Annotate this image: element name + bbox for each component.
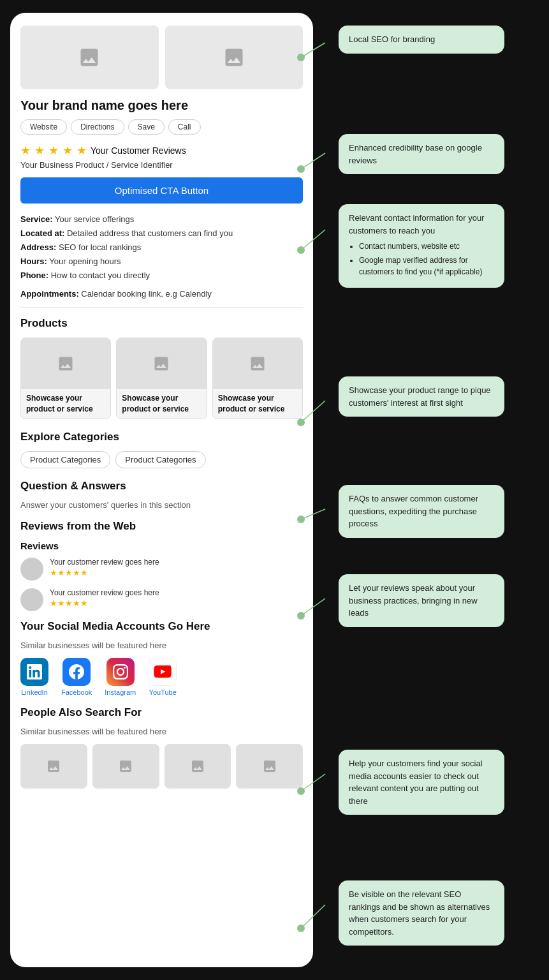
call-button[interactable]: Call xyxy=(168,119,201,135)
right-panel: Local SEO for branding Enhanced credibil… xyxy=(313,0,549,980)
people-search-grid xyxy=(20,744,303,789)
product-img-2 xyxy=(117,338,206,389)
service-value: Your service offerings xyxy=(55,214,134,224)
hours-row: Hours: Your opening hours xyxy=(20,255,303,269)
product-card-2: Showcase your product or service xyxy=(116,338,207,419)
save-button[interactable]: Save xyxy=(128,119,165,135)
review-stars-1: ★★★★★ xyxy=(50,568,159,577)
stars-row: ★ ★ ★ ★ ★ Your Customer Reviews xyxy=(20,144,303,158)
callout-social: Help your customers find your social med… xyxy=(339,750,504,815)
callout-reviews: Let your reviews speak about your busine… xyxy=(339,574,504,627)
star-1: ★ xyxy=(20,144,31,158)
product-img-3 xyxy=(213,338,302,389)
located-row: Located at: Detailed address that custom… xyxy=(20,226,303,241)
social-icons-row: LinkedIn Facebook xyxy=(20,658,303,696)
category-chip-2[interactable]: Product Categories xyxy=(115,451,205,468)
callout-contact-item-2: Google map verified address for customer… xyxy=(359,255,494,278)
social-item-facebook[interactable]: Facebook xyxy=(61,658,92,696)
social-item-linkedin[interactable]: LinkedIn xyxy=(20,658,48,696)
business-info: Service: Your service offerings Located … xyxy=(20,212,303,283)
appointments-row: Appointments: Calendar booking link, e.g… xyxy=(20,289,303,299)
products-grid: Showcase your product or service Showcas… xyxy=(20,338,303,419)
address-row: Address: SEO for local rankings xyxy=(20,241,303,255)
left-panel: Your brand name goes here Website Direct… xyxy=(10,13,313,967)
instagram-icon xyxy=(106,658,135,686)
star-2: ★ xyxy=(34,144,45,158)
located-value: Detailed address that customers can find… xyxy=(67,228,233,238)
review-item-1: Your customer review goes here ★★★★★ xyxy=(20,558,303,581)
social-item-youtube[interactable]: YouTube xyxy=(149,658,177,696)
qa-title: Question & Answers xyxy=(20,480,303,493)
review-label: Your Customer Reviews xyxy=(91,145,186,156)
star-5: ★ xyxy=(77,144,87,158)
cta-button[interactable]: Optimised CTA Button xyxy=(20,177,303,204)
product-label-2: Showcase your product or service xyxy=(117,389,206,419)
located-label: Located at: xyxy=(20,228,64,238)
people-search-card-4 xyxy=(236,744,303,789)
category-chip-1[interactable]: Product Categories xyxy=(20,451,110,468)
appointments-label: Appointments: xyxy=(20,289,79,299)
callout-seo-rankings: Be visible on the relevant SEO rankings … xyxy=(339,880,504,946)
review-item-2: Your customer review goes here ★★★★★ xyxy=(20,588,303,611)
action-buttons: Website Directions Save Call xyxy=(20,119,303,135)
callout-credibility: Enhanced credibility base on google revi… xyxy=(339,134,504,174)
product-label-1: Showcase your product or service xyxy=(21,389,110,419)
social-subtitle: Similar businesses will be featured here xyxy=(20,641,303,650)
social-title: Your Social Media Accounts Go Here xyxy=(20,620,303,633)
website-button[interactable]: Website xyxy=(20,119,67,135)
product-card-1: Showcase your product or service xyxy=(20,338,111,419)
phone-value: How to contact you directly xyxy=(51,271,150,280)
directions-button[interactable]: Directions xyxy=(71,119,124,135)
callout-contact-list: Contact numbers, website etc Google map … xyxy=(349,241,494,278)
people-search-section: People Also Search For Similar businesse… xyxy=(20,706,303,789)
reviews-section: Reviews Your customer review goes here ★… xyxy=(20,540,303,611)
hours-value: Your opening hours xyxy=(49,256,121,266)
callout-faqs: FAQs to answer common customer questions… xyxy=(339,485,504,538)
people-search-card-1 xyxy=(20,744,87,789)
service-label: Service: xyxy=(20,214,53,224)
reviews-subtitle: Reviews xyxy=(20,540,303,551)
qa-description: Answer your customers' queries in this s… xyxy=(20,500,303,510)
instagram-label: Instagram xyxy=(105,688,136,696)
review-text-1: Your customer review goes here xyxy=(50,558,159,567)
image-row xyxy=(20,26,303,89)
people-search-card-3 xyxy=(165,744,231,789)
callout-contact-item-1: Contact numbers, website etc xyxy=(359,241,494,252)
brand-name: Your brand name goes here xyxy=(20,98,303,113)
address-value: SEO for local rankings xyxy=(59,242,141,252)
products-title: Products xyxy=(20,317,303,330)
service-row: Service: Your service offerings xyxy=(20,212,303,226)
product-img-1 xyxy=(21,338,110,389)
people-search-card-2 xyxy=(92,744,159,789)
divider xyxy=(20,308,303,308)
categories-title: Explore Categories xyxy=(20,431,303,443)
avatar-2 xyxy=(20,588,43,611)
hours-label: Hours: xyxy=(20,256,47,266)
facebook-label: Facebook xyxy=(61,688,92,696)
people-search-title: People Also Search For xyxy=(20,706,303,719)
product-label-3: Showcase your product or service xyxy=(213,389,302,419)
business-identifier: Your Business Product / Service Identifi… xyxy=(20,160,303,170)
page-wrapper: Your brand name goes here Website Direct… xyxy=(0,0,549,980)
people-search-subtitle: Similar businesses will be featured here xyxy=(20,727,303,736)
phone-row: Phone: How to contact you directly xyxy=(20,269,303,283)
callout-contact: Relevant contact information for your cu… xyxy=(339,204,504,288)
review-text-2: Your customer review goes here xyxy=(50,588,159,597)
linkedin-label: LinkedIn xyxy=(21,688,48,696)
appointments-value: Calendar booking link, e.g Calendly xyxy=(81,289,212,299)
callout-products: Showcase your product range to pique cus… xyxy=(339,376,504,417)
reviews-web-title: Reviews from the Web xyxy=(20,520,303,533)
phone-label: Phone: xyxy=(20,271,48,280)
categories-row: Product Categories Product Categories xyxy=(20,451,303,468)
linkedin-icon xyxy=(20,658,48,686)
star-3: ★ xyxy=(48,144,59,158)
avatar-1 xyxy=(20,558,43,581)
address-label: Address: xyxy=(20,242,56,252)
youtube-label: YouTube xyxy=(149,688,177,696)
image-placeholder-2 xyxy=(165,26,304,89)
social-item-instagram[interactable]: Instagram xyxy=(105,658,136,696)
youtube-icon xyxy=(149,658,177,686)
callout-local-seo: Local SEO for branding xyxy=(339,26,504,54)
review-content-2: Your customer review goes here ★★★★★ xyxy=(50,588,159,608)
product-card-3: Showcase your product or service xyxy=(212,338,303,419)
